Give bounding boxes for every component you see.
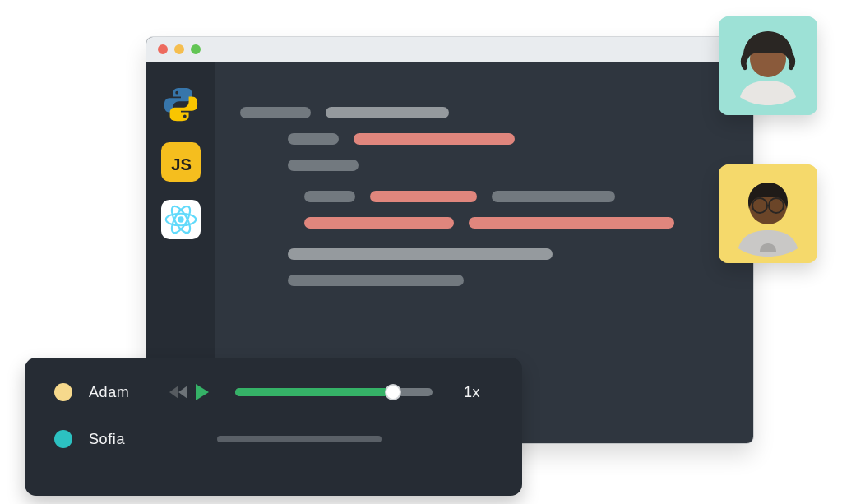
react-icon[interactable]: [161, 200, 201, 239]
javascript-icon[interactable]: JS: [161, 142, 201, 182]
code-line: [240, 107, 729, 118]
playback-row: Sofia: [54, 430, 493, 448]
zoom-icon[interactable]: [191, 44, 201, 54]
play-icon[interactable]: [194, 382, 210, 402]
playback-row: Adam 1x: [54, 382, 493, 402]
close-icon[interactable]: [158, 44, 168, 54]
slider-thumb[interactable]: [385, 384, 401, 400]
minimize-icon[interactable]: [174, 44, 184, 54]
titlebar: [146, 37, 753, 62]
progress-slider[interactable]: [235, 388, 433, 396]
python-icon[interactable]: [161, 85, 201, 124]
participant-avatar[interactable]: [719, 16, 817, 115]
user-color-dot: [54, 383, 72, 401]
user-name: Sofia: [89, 431, 150, 448]
participant-avatar[interactable]: [719, 164, 817, 263]
code-line: [240, 133, 729, 145]
progress-slider[interactable]: [217, 436, 382, 442]
svg-point-1: [178, 216, 183, 222]
code-line: [240, 248, 729, 260]
playback-panel: Adam 1x Sofia: [25, 358, 522, 496]
svg-text:JS: JS: [171, 155, 192, 173]
speed-label[interactable]: 1x: [464, 384, 480, 401]
code-line: [240, 191, 729, 202]
code-line: [240, 160, 729, 171]
rewind-icon[interactable]: [169, 383, 189, 401]
user-color-dot: [54, 430, 72, 448]
code-line: [240, 217, 729, 229]
user-name: Adam: [89, 384, 150, 401]
code-line: [240, 275, 729, 286]
